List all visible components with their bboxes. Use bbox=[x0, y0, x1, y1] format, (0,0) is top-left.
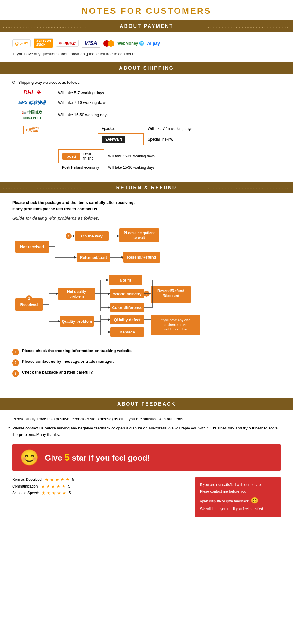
svg-rect-13 bbox=[119, 228, 159, 242]
svg-text:problem: problem bbox=[69, 294, 84, 299]
svg-text:Resend/Refund: Resend/Refund bbox=[127, 255, 156, 259]
feedback-item-2: Please contact us before leaving any neg… bbox=[12, 425, 281, 438]
feedback-item-1: Please kindly leave us a positive feedbc… bbox=[12, 416, 281, 422]
svg-marker-33 bbox=[56, 293, 58, 295]
svg-marker-19 bbox=[74, 256, 77, 259]
svg-text:to wait: to wait bbox=[133, 236, 145, 240]
table-row: Posti Finland economy Will take 15-30 wo… bbox=[58, 163, 186, 172]
note-number-3: 3 bbox=[12, 370, 19, 377]
rating-item-2: Communication: ★ ★ ★ ★ ★ 5 bbox=[12, 484, 189, 489]
svg-text:Wrong delivery: Wrong delivery bbox=[113, 292, 142, 296]
payment-header: ABOUT PAYMENT bbox=[0, 20, 293, 32]
svg-marker-12 bbox=[117, 235, 119, 237]
svg-text:Resend/Refund: Resend/Refund bbox=[157, 289, 184, 293]
dhl-logo: DHL ✈ bbox=[24, 90, 41, 96]
visa-logo: VISA bbox=[82, 39, 100, 48]
return-notes: 1 Please check the tracking information … bbox=[12, 348, 281, 377]
shipping-intro: Shipping way we accept as follows: bbox=[12, 80, 281, 85]
qiwi-logo: QQIWI bbox=[12, 39, 31, 47]
svg-text:2: 2 bbox=[146, 292, 147, 296]
table-cell: Special line-YW bbox=[148, 137, 174, 142]
flowchart-top-svg: Not received 1 On the way PLease be qati… bbox=[12, 227, 226, 267]
rating-row: Rem as Descrbed: ★ ★ ★ ★ ★ 5 Communicati… bbox=[12, 477, 281, 517]
note-number-2: 2 bbox=[12, 359, 19, 366]
flowchart-top: Not received 1 On the way PLease be qati… bbox=[12, 227, 281, 268]
give-star-banner: 😊 Give 5 star if you feel good! bbox=[12, 444, 281, 471]
svg-text:If you have any else: If you have any else bbox=[161, 318, 190, 322]
ratings-left: Rem as Descrbed: ★ ★ ★ ★ ★ 5 Communicati… bbox=[12, 477, 189, 517]
svg-text:Received: Received bbox=[20, 302, 38, 307]
svg-text:/Discount: /Discount bbox=[163, 294, 179, 298]
chinapost-time: Will take 15-50 working days. bbox=[58, 112, 110, 117]
return-section: RETURN & REFUND Please check the package… bbox=[0, 182, 293, 389]
feedback-section: ABOUT FEEDBACK Please kindly leave us a … bbox=[0, 398, 293, 526]
epacket-logo: e邮宝 bbox=[23, 126, 41, 134]
svg-marker-48 bbox=[108, 306, 110, 309]
svg-marker-8 bbox=[73, 235, 75, 237]
svg-marker-62 bbox=[58, 320, 60, 322]
dhl-time: Will take 5-7 working days. bbox=[58, 90, 105, 95]
rating-item-3: Shipping Speed: ★ ★ ★ ★ ★ 5 bbox=[12, 491, 189, 495]
shipping-posti-rows: posti Posti finland Will take 15-30 work… bbox=[58, 149, 281, 172]
ems-time: Will take 7-10 working days. bbox=[58, 100, 107, 105]
svg-text:requirements,you: requirements,you bbox=[163, 323, 189, 326]
ems-logo: EMS 邮政快递 bbox=[18, 100, 46, 105]
shipping-dhl: DHL ✈ Will take 5-7 working days. bbox=[12, 89, 281, 96]
page-title: NOTES FOR CUSTOMERS bbox=[0, 0, 293, 20]
return-guide-title: Guide for dealing with problems as follo… bbox=[12, 215, 281, 221]
note-number-1: 1 bbox=[12, 349, 19, 355]
posti-table: posti Posti finland Will take 15-30 work… bbox=[58, 149, 186, 172]
shipping-table: Epacket Will take 7-15 working days. YAN… bbox=[98, 124, 226, 145]
star-emoji: 😊 bbox=[20, 449, 39, 466]
svg-text:1: 1 bbox=[68, 234, 70, 238]
svg-text:Not fit: Not fit bbox=[120, 278, 131, 282]
flowchart-bottom-svg: Received 3 Not quality problem bbox=[12, 271, 241, 341]
posti-logo: posti bbox=[62, 153, 80, 160]
feedback-list: Please kindly leave us a positive feedbc… bbox=[12, 416, 281, 438]
svg-marker-40 bbox=[106, 279, 109, 281]
chinapost-logo: 🏣 中国邮政CHINA POST bbox=[22, 110, 42, 120]
shipping-header: ABOUT SHIPPING bbox=[0, 62, 293, 74]
payment-note: IF you have any questions about payment,… bbox=[12, 52, 281, 56]
return-header: RETURN & REFUND bbox=[0, 182, 293, 193]
svg-text:Color difference: Color difference bbox=[112, 305, 143, 310]
svg-text:could also tell us!: could also tell us! bbox=[163, 327, 188, 331]
flowchart-bottom: Received 3 Not quality problem bbox=[12, 271, 281, 342]
svg-text:QUality defect: QUality defect bbox=[114, 318, 141, 322]
note-item-3: 3 Check the package and item carefully. bbox=[12, 370, 281, 377]
svg-text:3: 3 bbox=[28, 297, 30, 300]
shipping-chinapost: 🏣 中国邮政CHINA POST Will take 15-50 working… bbox=[12, 109, 281, 120]
svg-text:Damage: Damage bbox=[120, 330, 135, 334]
banner-text: Give 5 star if you feel good! bbox=[45, 452, 150, 463]
svg-text:On the way: On the way bbox=[81, 234, 103, 238]
mastercard-logo: ⬤⬤ bbox=[103, 39, 114, 47]
china-bank-logo: ⊕ 中国银行 bbox=[56, 40, 79, 47]
note-item-2: 2 Please contact us by message,or trade … bbox=[12, 359, 281, 366]
shipping-table-row: e邮宝 Epacket Will take 7-15 working days.… bbox=[12, 124, 281, 145]
svg-marker-44 bbox=[108, 293, 110, 295]
svg-marker-68 bbox=[108, 318, 110, 321]
shipping-ems: EMS 邮政快递 Will take 7-10 working days. bbox=[12, 100, 281, 105]
feedback-header: ABOUT FEEDBACK bbox=[0, 398, 293, 410]
contact-box: If you are not satisfied with our servic… bbox=[195, 477, 281, 517]
table-row: Epacket Will take 7-15 working days. bbox=[98, 124, 226, 133]
rating-item-1: Rem as Descrbed: ★ ★ ★ ★ ★ 5 bbox=[12, 477, 189, 482]
svg-text:Not quality: Not quality bbox=[67, 289, 86, 294]
western-union-logo: WESTERNUNION bbox=[34, 38, 53, 48]
svg-marker-72 bbox=[108, 331, 110, 333]
svg-text:Not received: Not received bbox=[20, 245, 44, 249]
svg-text:Qualtiy problem: Qualtiy problem bbox=[62, 319, 92, 324]
table-row: YANWEN Special line-YW bbox=[98, 133, 226, 145]
return-intro: Please check the package and the items c… bbox=[12, 200, 281, 212]
svg-text:Returned/Lost: Returned/Lost bbox=[80, 255, 107, 260]
payment-section: ABOUT PAYMENT QQIWI WESTERNUNION ⊕ 中国银行 … bbox=[0, 20, 293, 62]
stars-2: ★ ★ ★ ★ ★ bbox=[41, 484, 66, 489]
yw-logo: YANWEN bbox=[102, 136, 125, 143]
table-row: posti Posti finland Will take 15-30 work… bbox=[58, 149, 186, 163]
shipping-section: ABOUT SHIPPING Shipping way we accept as… bbox=[0, 62, 293, 182]
webmoney-logo: WebMoney 🌐 bbox=[117, 41, 144, 46]
payment-logos: QQIWI WESTERNUNION ⊕ 中国银行 VISA ⬤⬤ WebMon… bbox=[12, 38, 281, 48]
svg-text:PLease be qatient: PLease be qatient bbox=[124, 231, 155, 235]
stars-1: ★ ★ ★ ★ ★ bbox=[45, 477, 70, 482]
alipay-logo: Alipay+ bbox=[147, 41, 161, 46]
